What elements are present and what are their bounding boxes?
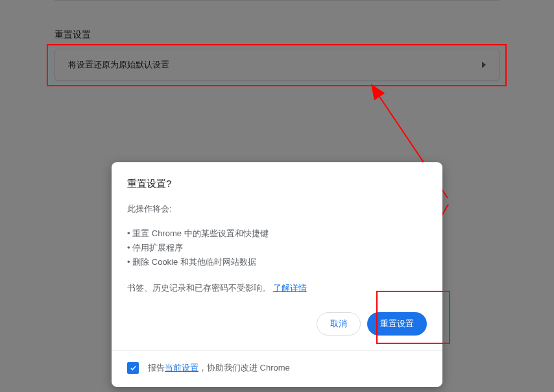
check-icon <box>130 365 137 372</box>
bullet-item: • 停用扩展程序 <box>127 241 427 255</box>
reset-confirm-button[interactable]: 重置设置 <box>367 312 427 336</box>
checkbox-label: 报告当前设置，协助我们改进 Chrome <box>148 362 290 374</box>
checkbox-suffix: ，协助我们改进 Chrome <box>199 363 290 373</box>
bullet-list: • 重置 Chrome 中的某些设置和快捷键 • 停用扩展程序 • 删除 Coo… <box>127 227 427 269</box>
note-text: 书签、历史记录和已存密码不受影响。 <box>127 283 271 293</box>
bullet-item: • 重置 Chrome 中的某些设置和快捷键 <box>127 227 427 241</box>
cancel-button[interactable]: 取消 <box>317 312 361 336</box>
current-settings-link[interactable]: 当前设置 <box>165 363 199 373</box>
report-checkbox[interactable] <box>127 362 139 374</box>
dialog-title: 重置设置? <box>127 178 427 190</box>
dialog-subtitle: 此操作将会: <box>127 203 427 215</box>
report-checkbox-row: 报告当前设置，协助我们改进 Chrome <box>127 362 427 374</box>
divider <box>112 350 442 350</box>
reset-settings-dialog: 重置设置? 此操作将会: • 重置 Chrome 中的某些设置和快捷键 • 停用… <box>112 162 442 387</box>
dialog-buttons: 取消 重置设置 <box>127 312 427 336</box>
dialog-note: 书签、历史记录和已存密码不受影响。 了解详情 <box>127 282 427 294</box>
checkbox-prefix: 报告 <box>148 363 165 373</box>
bullet-item: • 删除 Cookie 和其他临时网站数据 <box>127 255 427 269</box>
learn-more-link[interactable]: 了解详情 <box>273 283 307 293</box>
